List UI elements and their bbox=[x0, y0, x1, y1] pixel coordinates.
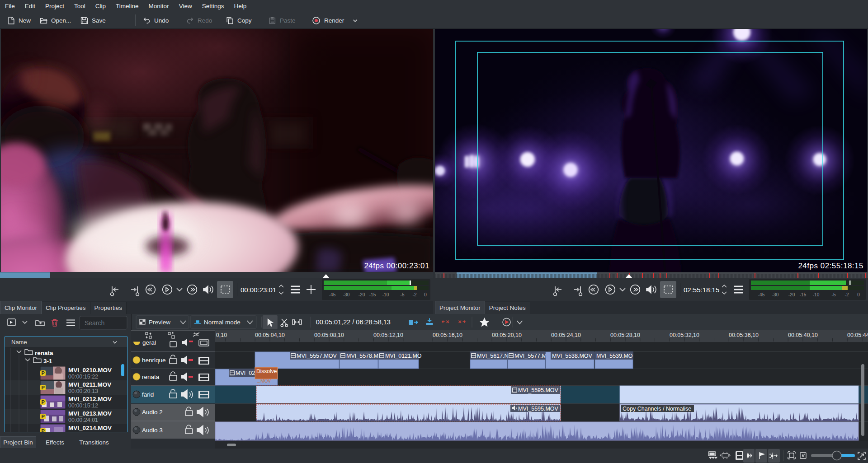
svg-text:0,10: 0,10 bbox=[216, 332, 227, 338]
svg-text:Audio 2: Audio 2 bbox=[142, 409, 163, 416]
svg-text:Audio 3: Audio 3 bbox=[142, 427, 163, 434]
svg-text:00:00:23:01: 00:00:23:01 bbox=[241, 286, 276, 294]
svg-text:MVI_0210.MOV: MVI_0210.MOV bbox=[68, 367, 112, 374]
svg-text:P: P bbox=[42, 385, 45, 390]
svg-text:P: P bbox=[42, 428, 45, 432]
svg-text:MVI_5578.M: MVI_5578.M bbox=[346, 353, 378, 359]
svg-text:MVI_5595.MOV: MVI_5595.MOV bbox=[518, 406, 559, 412]
svg-text:00:00:15:22: 00:00:15:22 bbox=[68, 374, 98, 380]
svg-text:00:00:20:13: 00:00:20:13 bbox=[68, 388, 98, 394]
svg-text:MVI_0213.MOV: MVI_0213.MOV bbox=[68, 410, 112, 417]
svg-text:3-1: 3-1 bbox=[43, 358, 52, 365]
svg-text:-2: -2 bbox=[845, 292, 849, 297]
svg-text:P: P bbox=[42, 370, 45, 376]
svg-text:MVI_5539.MO: MVI_5539.MO bbox=[596, 353, 633, 359]
svg-text:00:05:44,10: 00:05:44,10 bbox=[847, 332, 868, 338]
svg-text:0: 0 bbox=[424, 292, 427, 297]
svg-text:MVI_5595.MOV: MVI_5595.MOV bbox=[518, 387, 559, 393]
svg-text:-15: -15 bbox=[800, 292, 807, 297]
svg-text:MVI_5617.N: MVI_5617.N bbox=[477, 353, 508, 359]
svg-text:-30: -30 bbox=[343, 292, 350, 297]
svg-text:MVI_0211.MOV: MVI_0211.MOV bbox=[68, 381, 111, 388]
svg-text:-2: -2 bbox=[413, 292, 417, 297]
svg-text:-5: -5 bbox=[401, 292, 405, 297]
svg-text:-10: -10 bbox=[382, 292, 389, 297]
svg-text:MVI_02: MVI_02 bbox=[236, 370, 255, 376]
svg-text:-5: -5 bbox=[832, 292, 836, 297]
svg-text:-20: -20 bbox=[788, 292, 795, 297]
svg-text:Normal mode: Normal mode bbox=[204, 318, 241, 325]
svg-text:renata: renata bbox=[142, 374, 160, 380]
svg-text:-10: -10 bbox=[813, 292, 820, 297]
svg-text:renata: renata bbox=[35, 350, 53, 356]
svg-text:geral: geral bbox=[142, 339, 156, 346]
svg-text:P: P bbox=[42, 399, 45, 405]
svg-text:MVI_0212.MOV: MVI_0212.MOV bbox=[68, 396, 112, 402]
svg-text:MVI_5557.MOV: MVI_5557.MOV bbox=[297, 353, 337, 359]
svg-text:MVI_0214.MOV: MVI_0214.MOV bbox=[68, 425, 112, 431]
svg-text:P: P bbox=[42, 414, 45, 419]
svg-text:-30: -30 bbox=[772, 292, 779, 297]
svg-text:-45: -45 bbox=[329, 292, 336, 297]
svg-text:Search: Search bbox=[85, 319, 104, 327]
svg-text:00:00:24:01: 00:00:24:01 bbox=[68, 417, 98, 423]
svg-text:MVI_5577.M: MVI_5577.M bbox=[514, 353, 547, 359]
svg-text:-45: -45 bbox=[758, 292, 765, 297]
svg-text:-20: -20 bbox=[359, 292, 365, 297]
svg-text:...MOV: ...MOV bbox=[257, 379, 271, 383]
svg-text:00:00:15:12: 00:00:15:12 bbox=[68, 402, 98, 409]
svg-text:farid: farid bbox=[142, 391, 154, 398]
svg-text:henrique: henrique bbox=[142, 357, 166, 364]
svg-text:MVI_5538.MOV: MVI_5538.MOV bbox=[552, 353, 593, 359]
svg-text:00:05:01,22 / 06:28:58,13: 00:05:01,22 / 06:28:58,13 bbox=[316, 318, 391, 325]
svg-text:Preview: Preview bbox=[149, 318, 170, 325]
svg-text:-15: -15 bbox=[369, 292, 376, 297]
svg-text:02:55:18:15: 02:55:18:15 bbox=[684, 286, 719, 294]
svg-text:Dissolve: Dissolve bbox=[256, 368, 277, 374]
svg-text:Copy Channels / Normalise: Copy Channels / Normalise bbox=[623, 406, 691, 412]
svg-text:0: 0 bbox=[857, 292, 860, 297]
svg-text:MVI_0121.MO: MVI_0121.MO bbox=[385, 353, 422, 359]
